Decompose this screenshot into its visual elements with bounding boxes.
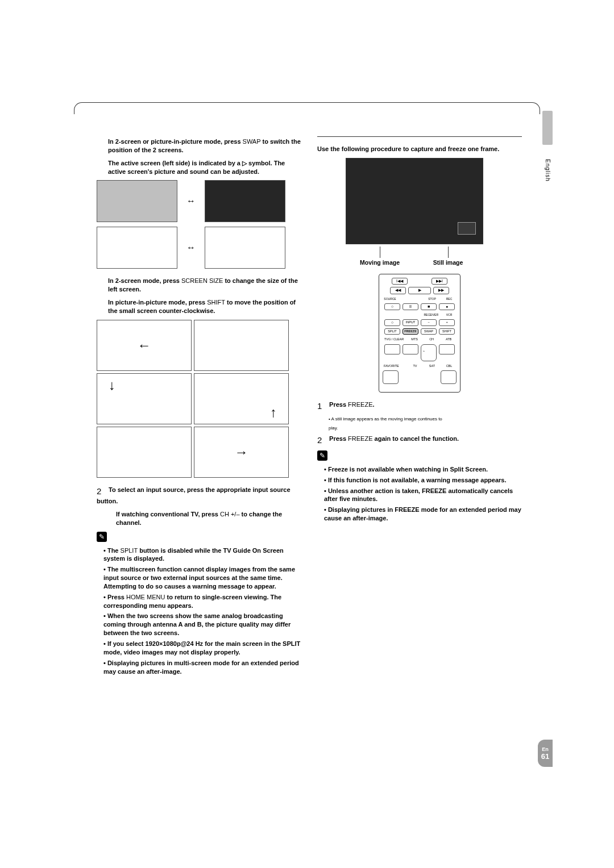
remote-lbl-sat: SAT xyxy=(425,364,439,369)
arrow-left-icon: ← xyxy=(138,339,151,352)
note-item: Displaying pictures in multi-screen mode… xyxy=(103,659,301,676)
shift-box: → xyxy=(194,427,289,478)
step-2-bullet: If watching conventional TV, press CH +/… xyxy=(116,510,301,527)
note-item: The multiscreen function cannot display … xyxy=(103,565,301,591)
active-indicator-symbol: ▷ xyxy=(242,160,247,166)
remote-btn-circle: ○ xyxy=(384,303,400,310)
step-2: 2 To select an input source, press the a… xyxy=(97,486,301,506)
left-column: In 2-screen or picture-in-picture mode, … xyxy=(97,136,301,678)
freeze-illustration xyxy=(346,158,483,244)
freeze-step-2: 2 Press FREEZE again to cancel the funct… xyxy=(317,435,522,446)
remote-lbl-ch: CH xyxy=(424,337,439,342)
step-number: 2 xyxy=(317,435,327,446)
remote-diagram: I◀◀ ▶▶I ◀◀ ▶ ▶▶ SOURCE STOP REC ○ II ■ ● xyxy=(379,274,460,393)
remote-btn-minus: − xyxy=(421,319,437,326)
swap-box-black xyxy=(205,180,285,222)
swap-diagram-row-2: ↔ xyxy=(97,227,301,269)
swap-instruction: In 2-screen or picture-in-picture mode, … xyxy=(108,137,301,155)
moving-image-label: Moving image xyxy=(360,259,400,266)
shift-box xyxy=(194,320,289,371)
page-number: 61 xyxy=(541,752,549,761)
shift-box: ↑ xyxy=(194,373,289,424)
remote-btn-stop: ■ xyxy=(421,303,437,310)
note-item: Unless another action is taken, FREEZE a… xyxy=(324,487,522,504)
section-divider xyxy=(317,136,522,137)
swap-arrow-icon: ↔ xyxy=(182,196,200,206)
shift-diagram: ← ↓ ↑ → xyxy=(97,320,301,478)
remote-lbl-tvg: TVG / CLEAR xyxy=(383,337,405,342)
remote-btn-fwd: ▶▶ xyxy=(433,287,449,294)
note-item: If you select 1920×1080p@24 Hz for the m… xyxy=(103,640,301,657)
right-column: Use the following procedure to capture a… xyxy=(317,136,522,678)
remote-label-rec: REC xyxy=(442,297,457,301)
remote-lbl-tv: TV xyxy=(408,364,422,369)
freeze-intro: Use the following procedure to capture a… xyxy=(317,145,522,153)
step-note: • A still image appears as the moving im… xyxy=(329,416,522,422)
freeze-labels: Moving image Still image xyxy=(346,247,482,266)
swap-box-grey xyxy=(97,180,177,222)
note-item: If this function is not available, a war… xyxy=(324,476,522,485)
remote-btn-freeze: FREEZE xyxy=(403,328,418,335)
remote-label-vcr: VCR xyxy=(442,312,457,317)
remote-lbl-atb: ATB xyxy=(441,337,456,342)
freeze-still-inset xyxy=(458,222,476,235)
remote-blank xyxy=(384,344,400,354)
remote-bottom-btn xyxy=(441,370,457,384)
side-tab-language: English xyxy=(542,151,553,190)
notes-list-left: The SPLIT button is disabled while the T… xyxy=(97,546,301,676)
note-icon: ✎ xyxy=(97,532,107,542)
remote-label-stop: STOP xyxy=(425,297,439,301)
note-item: The SPLIT button is disabled while the T… xyxy=(103,546,301,564)
swap-box-white xyxy=(97,227,177,269)
remote-btn-pause: II xyxy=(403,303,418,310)
remote-lbl-cbl: CBL xyxy=(442,364,457,369)
side-tab-accent xyxy=(542,111,553,145)
shift-instruction: In picture-in-picture mode, press SHIFT … xyxy=(108,298,301,315)
still-image-label: Still image xyxy=(433,259,463,266)
language-label: English xyxy=(545,159,551,182)
freeze-step-1: 1 Press FREEZE. xyxy=(317,400,522,412)
shift-box xyxy=(97,427,192,478)
remote-btn-play: ▶ xyxy=(408,287,431,294)
swap-arrow-icon-2: ↔ xyxy=(182,243,200,253)
page-lang: En xyxy=(542,746,549,752)
remote-btn-input: INPUT xyxy=(403,319,418,326)
note-icon: ✎ xyxy=(317,450,327,461)
remote-btn-rew: ◀◀ xyxy=(390,287,406,294)
active-screen-note: The active screen (left side) is indicat… xyxy=(108,159,301,176)
content-area: In 2-screen or picture-in-picture mode, … xyxy=(97,136,529,678)
remote-label-source: SOURCE xyxy=(383,297,397,301)
note-item: Freeze is not available when watching in… xyxy=(324,465,522,474)
step-number: 2 xyxy=(97,486,107,497)
arrow-up-icon: ↑ xyxy=(270,406,277,419)
remote-btn-swap: SWAP xyxy=(421,328,437,335)
swap-diagram-row-1: ↔ xyxy=(97,180,301,222)
page-number-tab: En 61 xyxy=(538,740,553,767)
remote-btn-ch-rocker: ⌃ xyxy=(421,344,437,361)
screen-size-instruction: In 2-screen mode, press SCREEN SIZE to c… xyxy=(108,277,301,294)
page-frame xyxy=(74,102,540,114)
remote-btn-rec: ● xyxy=(439,303,455,310)
remote-btn-next: ▶▶I xyxy=(432,278,447,285)
remote-btn-shift: SHIFT xyxy=(439,328,455,335)
step-note: play. xyxy=(329,425,522,431)
remote-btn-power: ○ xyxy=(384,319,400,326)
remote-btn-split: SPLIT xyxy=(384,328,400,335)
note-item: Press HOME MENU to return to single-scre… xyxy=(103,593,301,610)
step-number: 1 xyxy=(317,400,327,412)
remote-btn-plus: + xyxy=(439,319,455,326)
shift-box: ↓ xyxy=(97,373,192,424)
notes-list-right: Freeze is not available when watching in… xyxy=(317,465,522,523)
remote-lbl-mts: MTS xyxy=(407,337,422,342)
note-item: When the two screens show the same analo… xyxy=(103,612,301,637)
remote-blank xyxy=(439,344,455,354)
remote-bottom-btn xyxy=(383,370,399,384)
remote-lbl-fav: FAVORITE xyxy=(383,364,400,369)
arrow-down-icon: ↓ xyxy=(109,378,115,392)
remote-btn-prev: I◀◀ xyxy=(392,278,408,285)
shift-box: ← xyxy=(97,320,192,371)
remote-label-receiver: RECEIVER xyxy=(422,312,439,317)
swap-box-white-2 xyxy=(205,227,285,269)
note-item: Displaying pictures in FREEZE mode for a… xyxy=(324,506,522,523)
remote-blank xyxy=(403,344,418,354)
